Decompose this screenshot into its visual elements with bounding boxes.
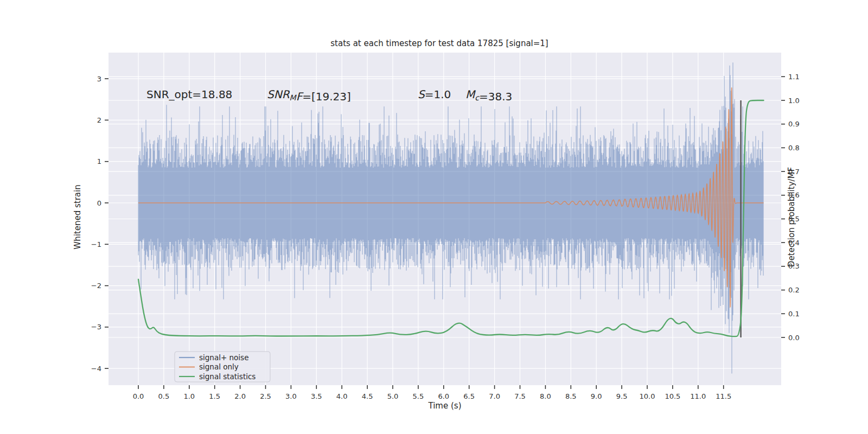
y-right-tick-label: 0.0 [788, 334, 800, 342]
x-tick-label: 10.0 [640, 392, 655, 400]
y-left-tick-label: −3 [91, 323, 101, 331]
x-tick-label: 2.0 [234, 392, 246, 400]
x-tick-label: 7.0 [489, 392, 500, 400]
x-tick-label: 1.5 [209, 392, 220, 400]
legend-label: signal+ noise [199, 353, 248, 362]
annotation-text: S=1.0 [418, 88, 451, 101]
y-right-tick-label: 1.1 [788, 73, 800, 81]
x-tick-label: 4.0 [336, 392, 348, 400]
y-left-tick-label: −4 [91, 365, 101, 373]
x-tick-label: 5.5 [413, 392, 424, 400]
x-tick-label: 1.0 [183, 392, 195, 400]
x-tick-label: 7.5 [514, 392, 526, 400]
x-tick-label: 5.0 [387, 392, 399, 400]
y-right-tick-label: 0.2 [788, 286, 800, 294]
y-left-tick-label: −2 [91, 282, 101, 290]
chart-title: stats at each timestep for test data 178… [330, 39, 548, 48]
y-right-tick-label: 1.0 [788, 97, 800, 105]
x-tick-label: 2.5 [260, 392, 271, 400]
x-tick-label: 9.5 [616, 392, 628, 400]
annotation-text: SNRMF=[19.23] [267, 88, 351, 103]
x-tick-label: 11.0 [690, 392, 706, 400]
y-left-tick-label: 1 [97, 157, 101, 165]
x-tick-label: 6.0 [438, 392, 449, 400]
x-tick-label: 6.5 [463, 392, 475, 400]
x-tick-label: 10.5 [665, 392, 680, 400]
x-tick-label: 11.5 [716, 392, 731, 400]
y-right-tick-label: 0.9 [788, 120, 800, 128]
x-tick-label: 3.0 [285, 392, 297, 400]
x-tick-label: 0.5 [158, 392, 170, 400]
annotation-text: Mc=38.3 [465, 88, 512, 103]
legend-label: signal statistics [199, 372, 256, 381]
y-left-tick-label: −1 [91, 240, 101, 248]
y-left-tick-label: 3 [97, 75, 101, 83]
y-right-tick-label: 0.1 [788, 310, 800, 318]
x-tick-label: 9.0 [591, 392, 602, 400]
y-left-tick-label: 0 [97, 199, 101, 207]
annotation-text: SNR_opt=18.88 [146, 88, 232, 101]
x-tick-label: 3.5 [311, 392, 322, 400]
y-right-tick-label: 0.8 [788, 144, 800, 152]
legend: signal+ noisesignal onlysignal statistic… [175, 352, 270, 382]
y-left-tick-label: 2 [97, 116, 101, 124]
legend-label: signal only [199, 362, 239, 371]
x-tick-label: 4.5 [362, 392, 373, 400]
x-axis-label: Time (s) [428, 401, 462, 411]
x-tick-label: 0.0 [133, 392, 144, 400]
figure: 0.00.51.01.52.02.53.03.54.04.55.05.56.06… [0, 0, 868, 434]
y-right-axis-label: Detection probability/MF [787, 167, 796, 267]
x-tick-label: 8.0 [540, 392, 551, 400]
y-left-axis-label: Whitened strain [73, 184, 82, 249]
x-tick-label: 8.5 [565, 392, 577, 400]
chart-canvas: 0.00.51.01.52.02.53.03.54.04.55.05.56.06… [0, 0, 868, 434]
